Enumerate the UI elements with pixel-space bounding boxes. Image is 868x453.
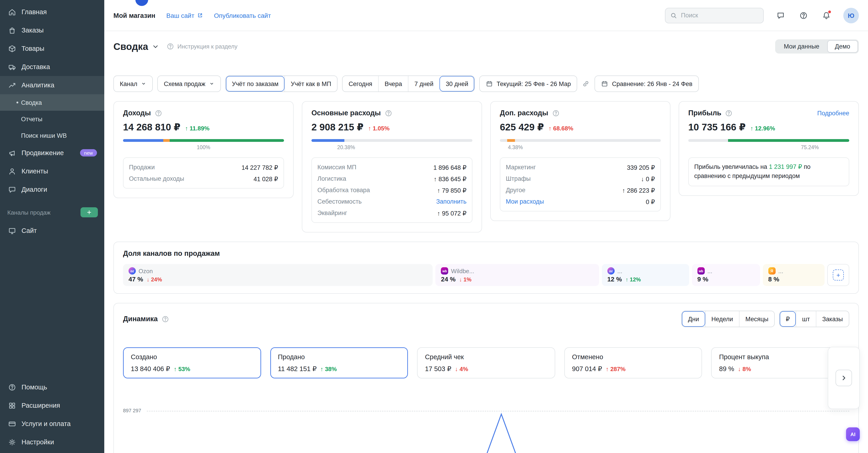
card-title: Основные расходы bbox=[311, 109, 381, 117]
profit-note-text: Прибыль увеличилась на bbox=[694, 163, 769, 170]
your-site-link[interactable]: Ваш сайт bbox=[166, 12, 203, 19]
table-row: Мои расходы 0 ₽ bbox=[506, 196, 655, 207]
help-circle-icon[interactable] bbox=[552, 109, 560, 117]
help-circle-icon[interactable] bbox=[155, 109, 162, 117]
add-channel-tile[interactable]: + bbox=[827, 264, 849, 286]
sidebar-item-dialogs[interactable]: Диалоги bbox=[0, 180, 104, 199]
chevron-right-icon bbox=[840, 374, 847, 382]
row-value: ↑ 286 223 ₽ bbox=[622, 186, 655, 194]
link-periods-icon[interactable] bbox=[582, 80, 590, 88]
instruction-label[interactable]: Инструкция к разделу bbox=[178, 43, 238, 50]
tab-orders[interactable]: Заказы bbox=[816, 311, 849, 327]
sales-scheme-filter-label: Схема продаж bbox=[164, 80, 205, 87]
next-page-button[interactable] bbox=[836, 370, 852, 386]
user-avatar[interactable]: Ю bbox=[843, 7, 859, 23]
sidebar-item-services-payment[interactable]: Услуги и оплата bbox=[0, 415, 104, 433]
tab-weeks[interactable]: Недели bbox=[705, 311, 739, 327]
period-toggle: Сегодня Вчера 7 дней 30 дней bbox=[342, 76, 474, 92]
channel-tile-ozon-2[interactable]: ... 12 %↑ 12% bbox=[602, 264, 689, 286]
comparison-period-button[interactable]: Сравнение: 26 Янв - 24 Фев bbox=[595, 76, 699, 92]
channel-share: 9 % bbox=[697, 275, 708, 283]
sidebar-item-clients[interactable]: Клиенты bbox=[0, 162, 104, 180]
sidebar-item-analytics[interactable]: Аналитика bbox=[0, 76, 104, 94]
income-card: Доходы 14 268 810 ₽ ↑ 11.89% 100% bbox=[114, 101, 293, 198]
progress-label: 20.38% bbox=[337, 145, 355, 150]
details-link[interactable]: Подробнее bbox=[817, 110, 849, 117]
channel-tile-ozon[interactable]: Ozon 47 %↓ 24% bbox=[123, 264, 433, 286]
sidebar-item-extensions[interactable]: Расширения bbox=[0, 396, 104, 415]
sidebar-item-orders[interactable]: Заказы bbox=[0, 21, 104, 39]
sidebar-item-home[interactable]: Главная bbox=[0, 3, 104, 21]
page-title: Сводка bbox=[114, 41, 148, 52]
help-circle-icon[interactable] bbox=[384, 109, 392, 117]
row-label: Маркетинг bbox=[506, 164, 536, 171]
messages-button[interactable] bbox=[775, 9, 786, 21]
ai-assistant-button[interactable]: AI bbox=[846, 427, 860, 441]
period-yesterday-tab[interactable]: Вчера bbox=[378, 76, 408, 92]
stat-card-cancelled[interactable]: Отменено 907 014 ₽↑ 287% bbox=[564, 347, 702, 379]
help-button[interactable] bbox=[798, 9, 809, 21]
fill-cost-link[interactable]: Заполнить bbox=[436, 198, 466, 205]
comparison-period-label: Сравнение: 26 Янв - 24 Фев bbox=[612, 80, 693, 87]
kpi-cards-row: Доходы 14 268 810 ₽ ↑ 11.89% 100% bbox=[114, 101, 859, 233]
row-value: ↑ 95 072 ₽ bbox=[437, 209, 466, 217]
accounting-as-mp-tab[interactable]: Учёт как в МП bbox=[284, 76, 337, 92]
tab-days[interactable]: Дни bbox=[682, 311, 705, 327]
stat-card-created[interactable]: Создано 13 840 406 ₽↑ 53% bbox=[123, 347, 261, 379]
publish-site-link[interactable]: Опубликовать сайт bbox=[214, 12, 271, 19]
tab-rubles[interactable]: ₽ bbox=[780, 311, 796, 327]
sidebar-item-settings[interactable]: Настройки bbox=[0, 433, 104, 451]
sidebar-item-delivery[interactable]: Доставка bbox=[0, 58, 104, 76]
search-icon bbox=[670, 12, 677, 19]
sidebar-item-products[interactable]: Товары bbox=[0, 39, 104, 58]
calendar-icon bbox=[486, 80, 493, 87]
sidebar-subitem-wb-niche-search[interactable]: Поиск ниши WB bbox=[0, 127, 104, 144]
channel-tile-wildberries[interactable]: Wildbe... 24 %↓ 1% bbox=[436, 264, 599, 286]
y-axis-label: 897 297 bbox=[123, 408, 141, 413]
sidebar-item-label: Заказы bbox=[22, 27, 44, 34]
channel-filter-button[interactable]: Канал bbox=[114, 76, 153, 92]
credit-card-icon bbox=[7, 419, 17, 428]
current-period-label: Текущий: 25 Фев - 26 Мар bbox=[497, 80, 571, 87]
card-delta: ↑ 68.68% bbox=[549, 125, 573, 132]
accounting-by-orders-tab[interactable]: Учёт по заказам bbox=[226, 76, 284, 92]
help-circle-icon[interactable] bbox=[161, 315, 169, 323]
plus-icon bbox=[85, 208, 94, 217]
stat-card-sold[interactable]: Продано 11 482 151 ₽↑ 38% bbox=[270, 347, 408, 379]
sidebar-subitem-summary[interactable]: Сводка bbox=[0, 94, 104, 111]
search-input[interactable] bbox=[681, 12, 759, 19]
chevron-down-icon[interactable] bbox=[152, 43, 159, 50]
my-data-tab[interactable]: Мои данные bbox=[776, 40, 827, 53]
sidebar-bottom-nav: Помощь Расширения Услуги и оплата Настро… bbox=[0, 378, 104, 453]
sidebar-subitem-reports[interactable]: Отчеты bbox=[0, 111, 104, 127]
tab-months[interactable]: Месяцы bbox=[739, 311, 774, 327]
stat-card-average-check[interactable]: Средний чек 17 503 ₽↓ 4% bbox=[417, 347, 555, 379]
sidebar-item-site[interactable]: Сайт bbox=[0, 221, 104, 240]
section-help-icon[interactable] bbox=[166, 42, 174, 50]
row-label: Остальные доходы bbox=[129, 175, 184, 182]
channel-name: Ozon bbox=[138, 268, 153, 274]
topbar: Мой магазин Ваш сайт Опубликовать сайт bbox=[104, 0, 868, 31]
platform-logo bbox=[134, 0, 149, 7]
current-period-button[interactable]: Текущий: 25 Фев - 26 Мар bbox=[479, 76, 577, 92]
caret-down-icon bbox=[209, 81, 215, 87]
sales-channels-label: Каналы продаж bbox=[7, 209, 51, 216]
help-circle-icon[interactable] bbox=[725, 109, 733, 117]
my-expenses-link[interactable]: Мои расходы bbox=[506, 198, 544, 205]
sidebar-item-help[interactable]: Помощь bbox=[0, 378, 104, 396]
period-7days-tab[interactable]: 7 дней bbox=[408, 76, 439, 92]
tab-pieces[interactable]: шт bbox=[796, 311, 816, 327]
channel-tile-wildberries-2[interactable]: ... 9 % bbox=[692, 264, 760, 286]
demo-tab[interactable]: Демо bbox=[827, 40, 858, 53]
unit-toggle: ₽ шт Заказы bbox=[779, 311, 849, 327]
channel-tile-yandex-market[interactable]: ... 8 % bbox=[763, 264, 825, 286]
sales-scheme-filter-button[interactable]: Схема продаж bbox=[157, 76, 221, 92]
page-header: Сводка Инструкция к разделу Мои данные Д… bbox=[114, 39, 859, 54]
add-sales-channel-button[interactable] bbox=[81, 207, 98, 217]
sidebar-item-promotion[interactable]: Продвижение new bbox=[0, 144, 104, 162]
period-today-tab[interactable]: Сегодня bbox=[343, 76, 378, 92]
main-expenses-card: Основные расходы 2 908 215 ₽ ↑ 1.05% 20.… bbox=[302, 101, 482, 233]
period-30days-tab[interactable]: 30 дней bbox=[439, 76, 474, 92]
progress-bar bbox=[311, 139, 472, 142]
notifications-button[interactable] bbox=[820, 9, 832, 21]
